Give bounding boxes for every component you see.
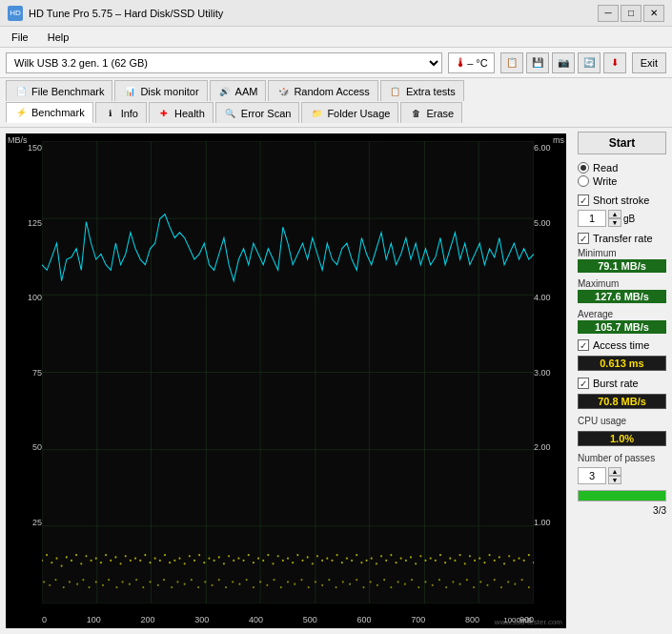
svg-point-43 xyxy=(164,554,166,556)
svg-point-39 xyxy=(144,554,146,556)
passes-up[interactable]: ▲ xyxy=(608,467,621,476)
svg-point-179 xyxy=(452,581,454,583)
tab-random-access[interactable]: 🎲 Random Access xyxy=(268,80,377,101)
svg-point-106 xyxy=(474,560,476,562)
x-axis: 0 100 200 300 400 500 600 700 800 900 xyxy=(42,615,534,624)
svg-point-121 xyxy=(54,579,56,581)
short-stroke-input[interactable] xyxy=(578,210,606,227)
svg-point-152 xyxy=(266,584,268,586)
svg-point-94 xyxy=(415,562,417,564)
tab-bar: 📄 File Benchmark 📊 Disk monitor 🔊 AAM 🎲 … xyxy=(0,78,672,128)
passes-down[interactable]: ▼ xyxy=(608,476,621,484)
svg-point-35 xyxy=(125,555,127,557)
transfer-rate-checkbox-row: Transfer rate xyxy=(578,233,666,244)
svg-point-140 xyxy=(184,583,186,585)
svg-point-75 xyxy=(321,560,323,562)
svg-point-42 xyxy=(159,560,161,562)
svg-point-177 xyxy=(438,579,440,581)
y-label-r-500: 5.00 xyxy=(534,218,564,228)
svg-point-190 xyxy=(528,586,530,588)
svg-point-168 xyxy=(377,584,378,586)
maximize-button[interactable]: □ xyxy=(621,5,641,22)
svg-point-81 xyxy=(351,560,353,562)
svg-point-112 xyxy=(503,562,505,564)
minimize-button[interactable]: ─ xyxy=(598,5,619,22)
svg-point-164 xyxy=(349,583,351,585)
svg-point-174 xyxy=(417,586,419,588)
svg-point-22 xyxy=(61,564,63,566)
main-content: MB/s ms 150 125 100 75 50 25 6.00 5.00 4… xyxy=(0,128,672,634)
burst-rate-checkbox-row: Burst rate xyxy=(578,378,666,389)
y-label-75: 75 xyxy=(8,368,42,378)
toolbar-icon-1[interactable]: 📋 xyxy=(500,52,523,73)
svg-point-180 xyxy=(459,583,461,585)
benchmark-icon: ⚡ xyxy=(14,106,28,119)
svg-point-110 xyxy=(494,560,496,562)
svg-point-36 xyxy=(130,560,132,562)
svg-point-33 xyxy=(114,556,116,558)
read-write-group: Read Write xyxy=(578,162,666,187)
svg-point-127 xyxy=(95,581,97,583)
menu-help[interactable]: Help xyxy=(44,30,73,45)
tab-error-scan[interactable]: 🔍 Error Scan xyxy=(215,102,300,123)
write-radio-btn[interactable] xyxy=(578,175,589,187)
x-label-100: 100 xyxy=(87,615,101,624)
close-button[interactable]: ✕ xyxy=(643,5,664,22)
svg-point-117 xyxy=(528,554,530,556)
svg-point-114 xyxy=(513,560,515,562)
svg-point-54 xyxy=(218,556,220,558)
svg-point-55 xyxy=(223,562,225,564)
svg-point-146 xyxy=(225,586,227,588)
burst-rate-checkbox[interactable] xyxy=(578,378,589,389)
tab-health[interactable]: ✚ Health xyxy=(149,102,214,123)
tab-info[interactable]: ℹ Info xyxy=(95,102,147,123)
tab-disk-monitor[interactable]: 📊 Disk monitor xyxy=(114,80,207,101)
svg-point-154 xyxy=(280,586,282,588)
svg-point-68 xyxy=(287,558,289,560)
tab-benchmark[interactable]: ⚡ Benchmark xyxy=(6,102,93,123)
svg-point-105 xyxy=(469,555,471,557)
svg-point-71 xyxy=(301,560,303,562)
temperature-display: 🌡 – °C xyxy=(448,52,495,73)
tab-extra-tests[interactable]: 📋 Extra tests xyxy=(380,80,464,101)
tab-row-1: 📄 File Benchmark 📊 Disk monitor 🔊 AAM 🎲 … xyxy=(6,80,666,101)
drive-select[interactable]: Wilk USB 3.2 gen. 1 (62 GB) xyxy=(6,52,442,73)
app-icon: HD xyxy=(8,6,23,21)
svg-point-120 xyxy=(49,584,51,586)
toolbar-icon-2[interactable]: 💾 xyxy=(526,52,549,73)
read-radio-btn[interactable] xyxy=(578,162,589,174)
toolbar-icon-4[interactable]: 🔄 xyxy=(578,52,601,73)
tab-benchmark-label: Benchmark xyxy=(31,107,85,118)
svg-point-63 xyxy=(262,560,264,562)
write-radio[interactable]: Write xyxy=(578,175,666,187)
transfer-rate-checkbox[interactable] xyxy=(578,233,589,244)
tab-folder-usage[interactable]: 📁 Folder Usage xyxy=(301,102,398,123)
tab-file-benchmark[interactable]: 📄 File Benchmark xyxy=(6,80,112,101)
read-radio[interactable]: Read xyxy=(578,162,666,174)
menu-file[interactable]: File xyxy=(8,30,32,45)
svg-point-178 xyxy=(445,586,447,588)
svg-point-187 xyxy=(507,581,509,583)
exit-button[interactable]: Exit xyxy=(632,52,666,73)
tab-aam[interactable]: 🔊 AAM xyxy=(210,80,267,101)
tab-erase[interactable]: 🗑 Erase xyxy=(400,102,462,123)
disk-monitor-icon: 📊 xyxy=(123,85,136,98)
toolbar-icon-3[interactable]: 📷 xyxy=(552,52,575,73)
svg-point-129 xyxy=(108,579,110,581)
toolbar-icon-5[interactable]: ⬇ xyxy=(603,52,626,73)
short-stroke-checkbox[interactable] xyxy=(578,194,589,206)
progress-label: 3/3 xyxy=(578,505,666,516)
svg-point-132 xyxy=(129,583,131,585)
y-label-r-300: 3.00 xyxy=(534,368,564,378)
start-button[interactable]: Start xyxy=(578,132,666,154)
short-stroke-down[interactable]: ▼ xyxy=(608,218,621,227)
svg-point-87 xyxy=(380,555,382,557)
access-time-checkbox[interactable] xyxy=(578,339,589,351)
svg-point-92 xyxy=(405,560,407,562)
svg-point-56 xyxy=(228,555,230,557)
passes-input[interactable] xyxy=(578,467,606,484)
svg-point-62 xyxy=(257,558,259,560)
svg-point-124 xyxy=(76,583,78,585)
svg-point-44 xyxy=(169,562,171,563)
short-stroke-up[interactable]: ▲ xyxy=(608,210,621,218)
